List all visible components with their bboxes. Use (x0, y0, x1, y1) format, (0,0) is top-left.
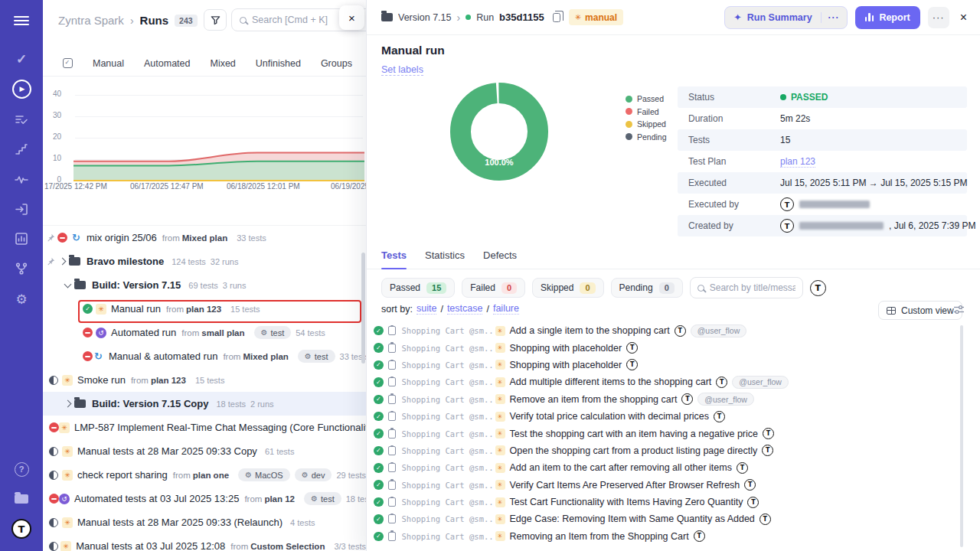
tab-mixed[interactable]: Mixed (210, 58, 235, 69)
run-row[interactable]: ✳ LMP-587 Implement Real-Time Chat Messa… (43, 416, 366, 439)
folder-row[interactable]: Build: Version 7.15 69 tests 3 runs (43, 273, 366, 297)
bar-chart-icon (865, 13, 874, 21)
test-case-row[interactable]: ✓Shopping Cart @sm...✳Verify total price… (367, 408, 980, 425)
filter-passed[interactable]: Passed15 (381, 278, 455, 298)
test-case-row[interactable]: ✓Shopping Cart @sm...✳Remove an item fro… (367, 391, 980, 408)
run-row[interactable]: ↻ Manual & automated run from Mixed plan… (43, 344, 366, 368)
test-plan-link[interactable]: plan 123 (780, 156, 815, 168)
run-row[interactable]: ↺ Automated run from small plan ⚙test 54… (43, 321, 366, 344)
assignee-avatar[interactable]: T (626, 342, 638, 354)
test-case-row[interactable]: ✓Shopping Cart @sm...✳Add multiple diffe… (367, 373, 980, 390)
run-row[interactable]: ✳ Manual tests at 03 Jul 2025 12:08 from… (43, 534, 366, 551)
assignee-avatar[interactable]: T (744, 479, 756, 491)
assignee-avatar[interactable]: T (694, 530, 705, 542)
close-button[interactable]: × (957, 11, 970, 24)
user-avatar[interactable]: T (0, 517, 43, 540)
test-case-row[interactable]: ✓Shopping Cart @sm...✳Verify Cart Items … (367, 477, 980, 494)
sliders-icon[interactable] (953, 305, 965, 315)
menu-icon[interactable] (0, 9, 43, 32)
test-case-row[interactable]: ✓Shopping Cart @sm...✳Add an item to the… (367, 459, 980, 476)
assignee-avatar[interactable]: T (681, 393, 693, 405)
drawer-scrollbar[interactable] (361, 253, 365, 364)
test-runs-exit-icon[interactable] (0, 197, 43, 220)
assignee-filter-avatar[interactable]: T (810, 280, 826, 296)
tests-search-input[interactable] (710, 282, 795, 293)
test-title: Remove an item from the shopping cart (510, 394, 678, 405)
activity-pulse-icon[interactable] (0, 168, 43, 191)
reports-chart-icon[interactable] (0, 227, 43, 250)
assignee-avatar[interactable]: T (760, 514, 771, 525)
set-labels-link[interactable]: Set labels (381, 64, 423, 76)
info-label: Duration (688, 113, 780, 124)
run-row[interactable]: ✳ Manual tests at 28 Mar 2025 09:33 (Rel… (43, 510, 366, 534)
assignee-avatar[interactable]: T (716, 377, 727, 388)
test-case-row[interactable]: ✓Shopping Cart @sm...✳Add a single item … (367, 322, 980, 339)
projects-folder-icon[interactable] (0, 487, 43, 510)
manual-run-icon: ✳ (62, 375, 73, 386)
branch-icon[interactable] (0, 257, 43, 280)
run-row[interactable]: ✳ check report sharing from plan one ⚙Ma… (43, 463, 366, 487)
play-circle-icon[interactable]: ▶ (0, 77, 43, 100)
folder-row-highlighted[interactable]: Build: Version 7.15 Copy 18 tests 2 runs (43, 392, 366, 416)
tab-defects[interactable]: Defects (483, 249, 517, 269)
run-row[interactable]: ✳ Manual tests at 28 Mar 2025 09:33 Copy… (43, 439, 366, 463)
filter-button[interactable] (204, 9, 227, 31)
test-case-row[interactable]: ✓Shopping Cart @sm...✳Test the shopping … (367, 425, 980, 442)
sort-by-testcase[interactable]: testcase (447, 303, 483, 315)
run-row[interactable]: ✳ Smoke run from plan 123 15 tests (43, 368, 366, 392)
assignee-avatar[interactable]: T (762, 445, 773, 456)
assignee-avatar[interactable]: T (763, 428, 774, 439)
manual-icon: ✳ (495, 326, 505, 336)
testlist-scrollbar[interactable] (960, 325, 963, 547)
tests-count: 69 tests (188, 281, 218, 290)
x-tick: 17/2025 12:42 PM (44, 182, 107, 191)
drawer-close-button[interactable]: × (339, 5, 364, 30)
test-case-row[interactable]: ✓Shopping Cart @sm...✳Edge Case: Removin… (367, 510, 980, 527)
tab-statistics[interactable]: Statistics (425, 249, 465, 269)
tab-manual[interactable]: Manual (93, 58, 124, 69)
run-row[interactable]: ↺ Automated tests at 03 Jul 2025 13:25 f… (43, 487, 366, 510)
sort-by-failure[interactable]: failure (493, 303, 519, 315)
crumb-folder[interactable]: Version 7.15 (398, 12, 452, 23)
more-button[interactable]: ··· (928, 7, 949, 28)
checkmark-icon[interactable]: ✓ (0, 47, 43, 70)
test-case-row[interactable]: ✓Shopping Cart @sm...✳Open the shopping … (367, 442, 980, 459)
tab-tests[interactable]: Tests (381, 249, 407, 269)
filter-failed[interactable]: Failed0 (462, 278, 525, 298)
test-case-row[interactable]: ✓Shopping Cart @sm...✳Test Cart Function… (367, 494, 980, 510)
chevron-right-icon[interactable] (64, 400, 72, 408)
report-button[interactable]: Report (855, 6, 920, 29)
list-check-icon[interactable] (0, 108, 43, 131)
test-case-row[interactable]: ✓Shopping Cart @sm...✳Shopping with plac… (367, 357, 980, 373)
select-all-icon[interactable] (63, 58, 73, 68)
chevron-right-icon[interactable] (59, 258, 67, 266)
test-case-row[interactable]: ✓Shopping Cart @sm...✳Shopping with plac… (367, 339, 980, 356)
milestones-steps-icon[interactable] (0, 138, 43, 161)
custom-view-button[interactable]: Custom view (878, 301, 962, 320)
run-row-selected[interactable]: ✓ ✳ Manual run from plan 123 15 tests (43, 297, 366, 321)
tab-automated[interactable]: Automated (144, 58, 190, 69)
assignee-avatar[interactable]: T (626, 359, 638, 370)
run-summary-button[interactable]: ✦Run Summary ··· (724, 6, 847, 29)
assignee-avatar[interactable]: T (747, 497, 759, 508)
tab-unfinished[interactable]: Unfinished (256, 58, 301, 69)
sort-controls: sort by: suite / testcase / failure (381, 303, 519, 315)
run-row[interactable]: ↻ mix origin 25/06 from Mixed plan 33 te… (43, 226, 366, 249)
chevron-down-icon[interactable] (64, 280, 72, 288)
project-name[interactable]: Zyntra Spark (58, 14, 124, 27)
filter-skipped[interactable]: Skipped0 (532, 278, 604, 298)
sort-by-suite[interactable]: suite (416, 303, 436, 315)
settings-gear-icon[interactable]: ⚙ (0, 288, 43, 311)
assignee-avatar[interactable]: T (737, 462, 748, 474)
test-case-row[interactable]: ✓Shopping Cart @sm...✳Removing an Item f… (367, 528, 980, 545)
tab-groups[interactable]: Groups (321, 58, 352, 69)
help-icon[interactable]: ? (0, 458, 43, 481)
assignee-avatar[interactable]: T (675, 325, 686, 337)
filter-pending[interactable]: Pending0 (611, 278, 683, 298)
assignee-avatar[interactable]: T (714, 411, 725, 422)
run-summary-more[interactable]: ··· (821, 12, 847, 23)
automated-run-icon: ↺ (59, 494, 70, 504)
copy-icon[interactable] (553, 13, 560, 22)
failed-count: 0 (501, 282, 517, 294)
folder-row[interactable]: Bravo milestone 124 tests 32 runs (43, 249, 366, 273)
